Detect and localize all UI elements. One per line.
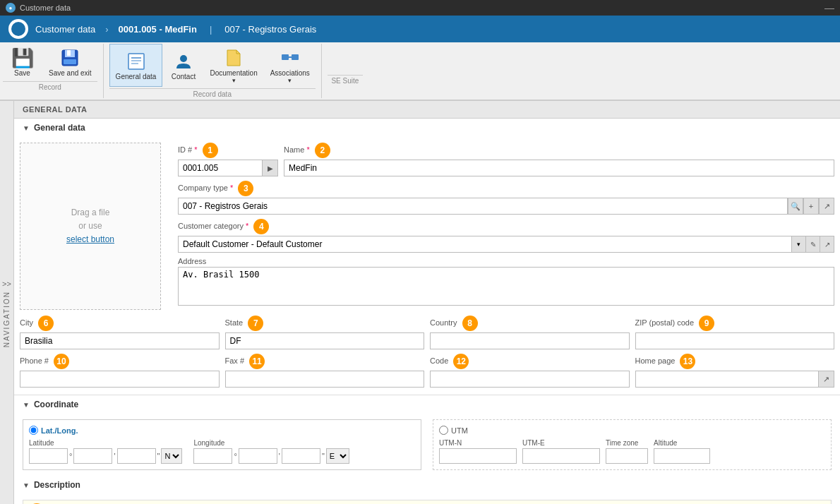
app-header: Customer data › 0001.005 - MedFin | 007 … [0,16,840,42]
utm-group: UTM UTM-N UTM-E T [433,419,832,470]
toolbar: 💾 Save Save and exit Record [0,42,840,101]
customer-category-input[interactable] [178,236,792,253]
select-button-link[interactable]: select button [66,234,114,244]
content-area: GENERAL DATA ▼ General data Drag a file … [14,101,840,504]
customer-category-field-group: Customer category * 4 ▾ ✎ ↗ [178,219,834,253]
utm-inputs: UTM-N UTM-E Time zone [439,439,825,464]
longitude-deg-input[interactable] [193,448,232,464]
associations-button[interactable]: Associations ▾ [265,44,316,87]
utm-n-input[interactable] [439,448,517,464]
latitude-sec-input[interactable] [117,448,156,464]
company-type-search-button[interactable]: 🔍 [788,198,803,215]
address-textarea[interactable]: Av. Brasil 1500 <span class="badge" data… [178,267,834,306]
utm-radio-row: UTM [439,426,825,435]
contact-button[interactable]: Contact [164,44,203,87]
altitude-input[interactable] [654,448,710,464]
badge-6: 6 [38,316,54,331]
latitude-deg-input[interactable] [29,448,68,464]
latitude-dir-select[interactable]: NS [161,448,182,464]
company-type-nav-button[interactable]: ↗ [819,198,834,215]
fax-field-group: Fax # 11 [225,354,425,388]
breadcrumb-sep-1: › [105,24,108,35]
id-input[interactable] [178,160,263,176]
se-suite-placeholder [328,44,363,73]
badge-10: 10 [54,354,69,369]
general-data-collapse-header[interactable]: ▼ General data [14,119,840,137]
general-data-button[interactable]: General data [109,44,163,87]
app-logo [8,19,28,39]
city-field-group: City 6 [20,316,220,349]
customer-category-link-button[interactable]: ↗ [820,236,834,253]
utm-n-group: UTM-N [439,439,517,464]
lat-long-group: Lat./Long. Latitude ° ' [23,419,421,470]
coordinate-row: Lat./Long. Latitude ° ' [23,419,832,470]
utm-e-input[interactable] [522,448,600,464]
documentation-button[interactable]: Documentation ▾ [204,44,263,87]
location-row: City 6 State 7 Country 8 [14,316,840,354]
badge-11: 11 [249,354,265,369]
breadcrumb-1[interactable]: Customer data [35,24,95,35]
save-and-exit-button[interactable]: Save and exit [43,44,97,80]
address-field-group: Address Av. Brasil 1500 <span class="bad… [178,257,834,306]
record-data-group-label: Record data [109,88,316,98]
title-bar-text: Customer data [20,4,71,12]
altitude-group: Altitude [654,439,710,464]
breadcrumb-3: 007 - Registros Gerais [224,24,316,35]
close-button[interactable]: — [824,2,834,13]
description-editor[interactable]: 14 [23,500,832,504]
general-data-icon [125,50,148,73]
contact-row: Phone # 10 Fax # 11 Code 12 [14,354,840,395]
lat-long-radio[interactable] [29,426,38,435]
description-content: 14 [14,494,840,504]
customer-category-dropdown-button[interactable]: ▾ [792,236,806,253]
code-input[interactable] [430,371,630,388]
timezone-input[interactable] [606,448,648,464]
save-button[interactable]: 💾 Save [3,44,42,80]
badge-3: 3 [238,181,253,196]
customer-category-edit-button[interactable]: ✎ [806,236,820,253]
homepage-open-button[interactable]: ↗ [819,371,834,388]
save-exit-icon [59,47,81,69]
customer-category-input-row: ▾ ✎ ↗ [178,236,834,253]
zip-input[interactable] [635,332,835,349]
associations-icon [279,47,301,69]
breadcrumb-divider: | [210,24,212,35]
fax-input[interactable] [225,371,425,388]
coordinate-collapse-header[interactable]: ▼ Coordinate [14,395,840,414]
company-type-input[interactable] [178,198,788,215]
badge-7: 7 [248,316,263,331]
description-section: ▼ Description 14 [14,476,840,504]
country-input[interactable] [430,332,630,349]
utm-radio[interactable] [439,426,448,435]
company-type-field-group: Company type * 3 🔍 + ↗ [178,181,834,215]
id-next-button[interactable]: ▶ [263,160,278,176]
name-input[interactable] [284,160,834,176]
homepage-input[interactable] [635,371,820,388]
state-input[interactable] [225,332,425,349]
phone-input[interactable] [20,371,220,388]
company-type-add-button[interactable]: + [803,198,819,215]
latitude-min-input[interactable] [73,448,112,464]
city-input[interactable] [20,332,220,349]
name-field-group: Name * 2 [284,143,834,176]
company-type-input-row: 🔍 + ↗ [178,198,834,215]
badge-13: 13 [680,354,695,369]
longitude-sec-input[interactable] [282,448,320,464]
address-label: Address [178,257,834,265]
collapse-arrow-icon: ▼ [23,124,30,132]
coordinate-section-wrapper: ▼ Coordinate Lat./Long. Latitude [14,395,840,476]
zip-field-group: ZIP (postal) code 9 [635,316,835,349]
description-collapse-header[interactable]: ▼ Description [14,476,840,494]
documentation-icon [222,47,245,69]
longitude-min-input[interactable] [239,448,277,464]
drag-text: Drag a file or use select button [66,206,114,247]
breadcrumb-2[interactable]: 0001.005 - MedFin [119,24,197,35]
coordinate-title: Coordinate [34,400,78,409]
description-arrow-icon: ▼ [23,481,30,489]
nav-collapse-button[interactable]: >> [2,280,11,288]
longitude-dir-select[interactable]: EW [326,448,349,464]
longitude-group: Longitude ° ' " EW [193,439,349,464]
drag-area[interactable]: Drag a file or use select button [20,143,161,310]
latitude-group: Latitude ° ' " NS [29,439,182,464]
id-label: ID # * 1 [178,143,278,158]
